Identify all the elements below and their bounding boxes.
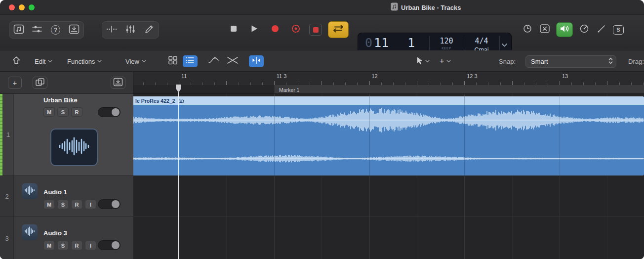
solo-button[interactable]: S bbox=[57, 241, 69, 250]
ruler-label: 11 3 bbox=[277, 73, 287, 79]
lcd-beat-value: 1 bbox=[407, 36, 415, 50]
duplicate-track-button[interactable] bbox=[33, 77, 47, 89]
toolbar-view-group bbox=[102, 21, 159, 39]
record-enable-button[interactable]: R bbox=[71, 241, 82, 250]
solo-button[interactable]: S bbox=[57, 107, 69, 117]
list-icon bbox=[186, 57, 195, 66]
ruler-tick bbox=[179, 81, 179, 85]
ruler-tick bbox=[560, 81, 560, 85]
monitoring-button[interactable] bbox=[556, 22, 573, 37]
lcd-time-signature: 4/4 bbox=[464, 37, 499, 45]
track-number: 2 bbox=[0, 193, 14, 200]
metronome-gauge-button[interactable] bbox=[578, 24, 590, 36]
solo-mode-button[interactable]: S bbox=[613, 25, 624, 35]
duplicate-icon bbox=[35, 78, 45, 88]
red-square-icon bbox=[313, 27, 319, 33]
ruler-tick bbox=[226, 81, 227, 85]
track-row-3[interactable]: 3 Audio 3 M S R I bbox=[0, 217, 133, 259]
automation-button[interactable] bbox=[206, 55, 221, 67]
track-row-1[interactable]: 1 Urban Bike M S R bbox=[0, 94, 133, 175]
mute-button[interactable]: M bbox=[43, 241, 55, 250]
grid-view-button[interactable] bbox=[166, 55, 180, 67]
stop-button[interactable] bbox=[226, 25, 241, 34]
track-number: 1 bbox=[2, 131, 14, 138]
quick-help-button[interactable]: ? bbox=[48, 23, 64, 38]
track-lane-divider bbox=[133, 175, 644, 176]
ruler-tick bbox=[322, 81, 322, 85]
track-name[interactable]: Urban Bike bbox=[43, 96, 78, 104]
window-title: Urban Bike - Tracks bbox=[401, 4, 461, 11]
smart-controls-button[interactable] bbox=[122, 23, 138, 38]
tap-tempo-button[interactable] bbox=[522, 24, 533, 36]
question-icon: ? bbox=[51, 25, 60, 35]
cycle-button[interactable] bbox=[328, 21, 349, 38]
solo-button[interactable]: S bbox=[57, 200, 69, 209]
punch-button[interactable] bbox=[539, 24, 551, 36]
record-ring-icon bbox=[291, 24, 300, 35]
popup-chevrons-icon bbox=[608, 57, 616, 67]
marker-block[interactable]: Marker 1 bbox=[275, 85, 644, 93]
solo-letter-icon: S bbox=[616, 27, 620, 33]
playhead-line[interactable] bbox=[178, 86, 179, 259]
library-button[interactable] bbox=[11, 23, 27, 38]
mute-button[interactable]: M bbox=[43, 107, 55, 117]
view-menu[interactable]: View bbox=[125, 56, 146, 66]
input-monitor-button[interactable]: I bbox=[85, 241, 96, 250]
tuner-button[interactable] bbox=[104, 23, 120, 38]
ruler-tick bbox=[464, 81, 465, 85]
minimize-button[interactable] bbox=[19, 4, 25, 10]
edit-menu[interactable]: Edit bbox=[35, 56, 52, 66]
track-on-toggle[interactable] bbox=[98, 199, 121, 209]
region-bar-line bbox=[464, 96, 465, 175]
up-arrow-button[interactable] bbox=[10, 55, 23, 67]
capture-record-button[interactable] bbox=[288, 24, 303, 35]
input-monitor-button[interactable]: I bbox=[85, 200, 96, 209]
pointer-tool-menu[interactable] bbox=[416, 56, 430, 66]
track-on-toggle[interactable] bbox=[98, 240, 121, 250]
region-bar-line bbox=[560, 96, 560, 175]
snap-label: Snap: bbox=[493, 58, 516, 65]
record-enable-button[interactable]: R bbox=[71, 200, 82, 209]
toolbar-toggle-button[interactable] bbox=[66, 23, 82, 38]
up-arrow-icon bbox=[11, 55, 21, 67]
tracks-area[interactable]: le ProRes 422_2 bbox=[133, 94, 644, 259]
list-view-button[interactable] bbox=[183, 55, 198, 67]
crossfade-icon bbox=[227, 56, 239, 67]
track-name[interactable]: Audio 1 bbox=[43, 188, 67, 196]
replace-record-button[interactable] bbox=[309, 24, 322, 36]
flex-icon bbox=[251, 56, 261, 66]
region-header[interactable]: le ProRes 422_2 bbox=[133, 96, 644, 105]
play-button[interactable] bbox=[247, 25, 262, 35]
music-note-box-icon bbox=[13, 24, 24, 36]
snap-select[interactable]: Smart bbox=[525, 55, 616, 68]
track-header-options-button[interactable] bbox=[111, 77, 125, 89]
track-row-2[interactable]: 2 Audio 1 M S R I bbox=[0, 176, 133, 216]
region-bar-line bbox=[369, 96, 370, 175]
track-waveform-thumbnail[interactable] bbox=[50, 129, 98, 166]
crossfade-button[interactable] bbox=[225, 55, 240, 67]
inspector-button[interactable] bbox=[29, 23, 45, 38]
audio-region[interactable]: le ProRes 422_2 bbox=[133, 96, 644, 175]
track-name[interactable]: Audio 3 bbox=[43, 229, 67, 237]
zoom-button[interactable] bbox=[29, 4, 35, 10]
record-icon bbox=[271, 25, 279, 35]
secondary-tool-menu[interactable]: + bbox=[440, 56, 451, 66]
ruler[interactable]: 1111 31212 313 bbox=[133, 72, 644, 85]
region-waveform bbox=[133, 105, 644, 175]
flex-button[interactable] bbox=[249, 55, 264, 67]
track-on-toggle[interactable] bbox=[98, 107, 121, 117]
add-track-button[interactable]: + bbox=[8, 77, 22, 89]
record-enable-button[interactable]: R bbox=[71, 107, 82, 117]
record-button[interactable] bbox=[268, 25, 282, 35]
mute-button[interactable]: M bbox=[43, 200, 55, 209]
ruler-tick bbox=[274, 81, 275, 85]
waveform-icon bbox=[24, 185, 35, 198]
ruler-label: 11 bbox=[181, 73, 187, 79]
audio-track-icon bbox=[22, 224, 38, 240]
editors-button[interactable] bbox=[141, 23, 157, 38]
functions-menu[interactable]: Functions bbox=[67, 56, 102, 66]
close-button[interactable] bbox=[9, 4, 15, 10]
marker-lane[interactable]: Marker 1 bbox=[133, 85, 644, 94]
app-window: Urban Bike - Tracks ? 0 11 1 bbox=[0, 0, 644, 259]
tools-button[interactable] bbox=[596, 24, 607, 36]
